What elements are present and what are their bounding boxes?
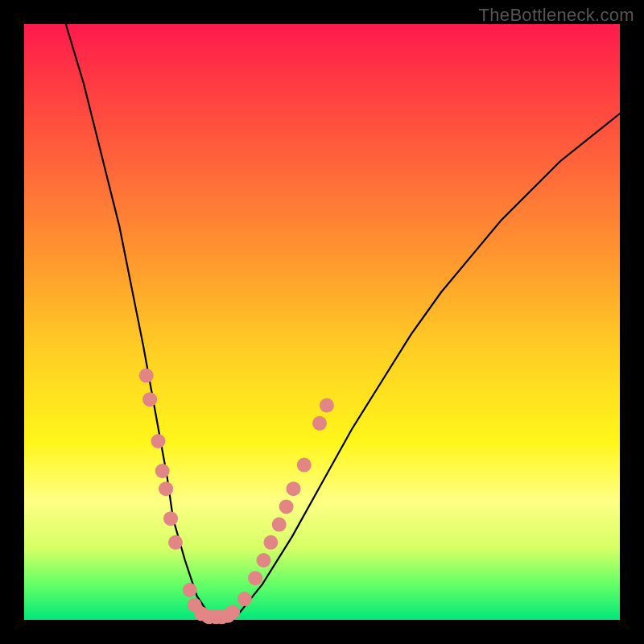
marker-dot (248, 571, 262, 585)
attribution-label: TheBottleneck.com (479, 5, 634, 26)
marker-dot (312, 416, 327, 431)
marker-dot (142, 392, 157, 407)
marker-dot (272, 518, 287, 532)
marker-dot (159, 481, 173, 496)
marker-dot (279, 499, 294, 514)
marker-dot (151, 434, 166, 448)
marker-dot (225, 605, 240, 619)
marker-dot (183, 583, 197, 597)
marker-dot (139, 369, 154, 383)
chart-frame: TheBottleneck.com (0, 0, 644, 644)
marker-dot (163, 511, 178, 526)
marker-dot (257, 553, 271, 568)
sample-dots (139, 369, 334, 625)
plot-area (24, 24, 620, 620)
chart-svg (24, 24, 620, 620)
marker-dot (237, 592, 252, 606)
bottleneck-curve (66, 24, 620, 620)
marker-dot (297, 458, 312, 473)
marker-dot (287, 481, 301, 496)
marker-dot (155, 464, 170, 478)
marker-dot (263, 535, 278, 550)
marker-dot (320, 398, 334, 413)
marker-dot (168, 535, 183, 550)
